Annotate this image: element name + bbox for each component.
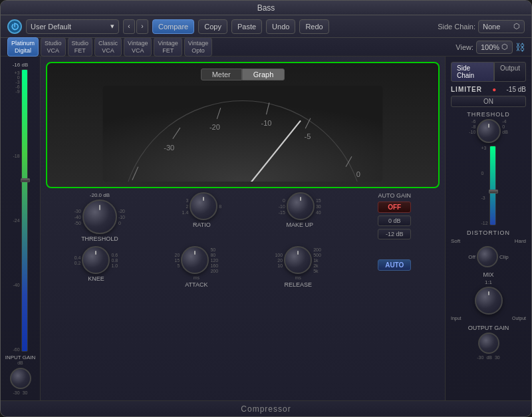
attack-knob[interactable] xyxy=(181,246,209,274)
prev-button[interactable]: ‹ xyxy=(123,19,135,34)
knee-label: KNEE xyxy=(88,275,104,282)
svg-text:0: 0 xyxy=(356,170,360,178)
makeup-group: 0 -10 -15 15 30 40 MAKE UP xyxy=(279,192,321,228)
copy-button[interactable]: Copy xyxy=(198,19,227,34)
right-threshold-knob[interactable] xyxy=(477,119,501,143)
limiter-section: LIMITER ● -15 dB ON xyxy=(451,86,526,107)
svg-text:-5: -5 xyxy=(305,132,311,140)
tab-studio-vca[interactable]: StudioVCA xyxy=(41,37,66,57)
release-label: RELEASE xyxy=(284,281,312,288)
center-panel: Meter Graph xyxy=(41,57,445,400)
side-chain-label: Side Chain: xyxy=(438,23,475,31)
distortion-label: DISTORTION xyxy=(467,229,510,236)
input-fader-thumb[interactable] xyxy=(21,178,30,182)
output-gain-section: OUTPUT GAIN -30 dB 30 xyxy=(451,325,526,360)
limiter-label: LIMITER xyxy=(451,86,482,93)
view-section: View: 100% ⬡ ⛓ xyxy=(456,41,525,54)
meter-section: Meter Graph xyxy=(46,62,440,188)
threshold-group: -20.0 dB -30 -40 -50 -20 -10 0 xyxy=(74,192,125,242)
makeup-label: MAKE UP xyxy=(286,221,313,228)
view-label: View: xyxy=(456,43,473,51)
right-fader-track[interactable] xyxy=(489,146,496,225)
input-fader-track[interactable] xyxy=(21,69,28,352)
limiter-indicator: ● xyxy=(492,86,496,93)
mix-section: MIX 1:1 Input Output xyxy=(451,271,526,321)
knee-group: 0.4 0.2 0.6 0.8 1.0 KNEE xyxy=(74,246,118,282)
auto-gain-off-btn[interactable]: OFF xyxy=(378,202,411,213)
output-gain-label: OUTPUT GAIN xyxy=(468,325,509,331)
tab-vintage-vca[interactable]: VintageVCA xyxy=(124,37,152,57)
side-chain-section: Side Chain: None ⬡ xyxy=(438,20,525,33)
limiter-db: -15 dB xyxy=(507,86,526,93)
auto-section: AUTO xyxy=(378,246,411,271)
tab-classic-vca[interactable]: ClassicVCA xyxy=(94,37,122,57)
bottom-bar: Compressor xyxy=(1,400,531,416)
plugin-window: Bass User Default ▾ ‹ › Compare Copy Pas… xyxy=(0,0,532,417)
vu-display: -50 -30 -20 -10 -5 xyxy=(53,86,433,182)
graph-tab[interactable]: Graph xyxy=(242,69,285,80)
controls-row: -20.0 dB -30 -40 -50 -20 -10 0 xyxy=(46,192,440,242)
input-gain-knob[interactable] xyxy=(10,368,31,389)
ratio-label: RATIO xyxy=(193,221,211,228)
distortion-section: DISTORTION Soft Hard Off Clip xyxy=(451,229,526,267)
knee-knob[interactable] xyxy=(82,246,110,274)
threshold-value: -20.0 dB xyxy=(80,192,120,198)
output-gain-knob[interactable] xyxy=(478,333,499,354)
tab-vintage-opto[interactable]: VintageOpto xyxy=(184,37,212,57)
distortion-knob[interactable] xyxy=(477,246,498,267)
tab-studio-fet[interactable]: StudioFET xyxy=(68,37,93,57)
window-title: Bass xyxy=(257,3,275,13)
undo-button[interactable]: Undo xyxy=(266,19,295,34)
right-fader-thumb[interactable] xyxy=(489,190,498,194)
preset-tabs-container: PlatinumDigital StudioVCA StudioFET Clas… xyxy=(7,37,212,57)
view-dropdown[interactable]: 100% ⬡ xyxy=(476,41,513,54)
release-unit: ms xyxy=(295,275,301,280)
limiter-on-button[interactable]: ON xyxy=(451,96,526,107)
nav-arrows: ‹ › xyxy=(123,19,148,34)
top-controls: User Default ▾ ‹ › Compare Copy Paste Un… xyxy=(1,15,531,38)
tab-vintage-fet[interactable]: VintageFET xyxy=(154,37,182,57)
input-gain-label: INPUT GAIN xyxy=(5,354,36,360)
main-content: -16 dB +3 0 -3 -6 -9 -18 -24 -40 -60 xyxy=(1,57,531,400)
svg-rect-0 xyxy=(103,86,383,182)
power-button[interactable] xyxy=(7,19,22,34)
paste-button[interactable]: Paste xyxy=(231,19,262,34)
svg-text:-10: -10 xyxy=(261,119,271,127)
vu-svg: -50 -30 -20 -10 -5 xyxy=(53,86,433,182)
mix-label: MIX xyxy=(483,271,493,278)
meter-tabs: Meter Graph xyxy=(201,69,285,80)
attack-unit: ms xyxy=(194,275,200,280)
bottom-title: Compressor xyxy=(241,404,291,414)
ratio-group: 3 2 1.4 8 RATIO xyxy=(182,192,222,228)
preset-dropdown[interactable]: User Default ▾ xyxy=(26,19,119,34)
title-bar: Bass xyxy=(1,1,531,15)
output-button[interactable]: Output xyxy=(494,62,526,82)
controls-row-2: 0.4 0.2 0.6 0.8 1.0 KNEE xyxy=(46,246,440,288)
input-scale: +3 0 -3 -6 -9 -18 -24 -40 -60 xyxy=(13,69,19,352)
threshold-knob[interactable] xyxy=(82,200,117,234)
mix-ratio: 1:1 xyxy=(485,279,492,285)
sc-btn-group: Side Chain Output xyxy=(451,62,526,82)
ratio-knob[interactable] xyxy=(190,192,217,220)
redo-button[interactable]: Redo xyxy=(299,19,329,34)
svg-text:-20: -20 xyxy=(209,123,220,131)
side-chain-dropdown[interactable]: None ⬡ xyxy=(478,20,525,33)
right-threshold-label: THRESHOLD xyxy=(467,111,510,118)
tab-platinum-digital[interactable]: PlatinumDigital xyxy=(7,37,39,57)
right-threshold-section: THRESHOLD -6 -8 -10 -4 0 dB xyxy=(451,111,526,225)
auto-gain-label: AUTO GAIN xyxy=(378,192,411,199)
compare-button[interactable]: Compare xyxy=(152,19,194,34)
link-icon[interactable]: ⛓ xyxy=(515,42,525,53)
auto-gain-0db-btn[interactable]: 0 dB xyxy=(378,215,411,226)
release-knob[interactable] xyxy=(284,246,312,274)
next-button[interactable]: › xyxy=(136,19,148,34)
makeup-knob[interactable] xyxy=(287,192,315,220)
input-level-label: -16 dB xyxy=(13,62,29,68)
right-panel: Side Chain Output LIMITER ● -15 dB ON TH… xyxy=(445,57,531,400)
auto-button[interactable]: AUTO xyxy=(378,259,411,271)
mix-knob[interactable] xyxy=(475,287,503,315)
input-db-label: dB xyxy=(17,360,23,365)
side-chain-button[interactable]: Side Chain xyxy=(451,62,494,82)
auto-gain-12db-btn[interactable]: -12 dB xyxy=(378,229,411,239)
meter-tab[interactable]: Meter xyxy=(201,69,242,80)
